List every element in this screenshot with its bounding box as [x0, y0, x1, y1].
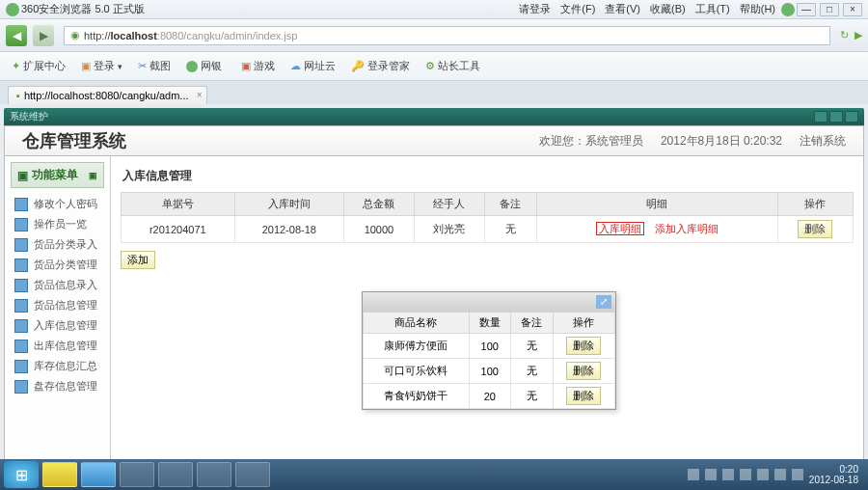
url-input[interactable]: ◉ http://localhost:8080/cangku/admin/ind… — [64, 26, 830, 45]
task-app[interactable] — [197, 462, 231, 487]
sidebar-item-icon — [14, 218, 28, 231]
sidebar-item-label: 盘存信息管理 — [34, 379, 97, 394]
task-ie[interactable] — [81, 462, 116, 487]
tray-icon[interactable] — [757, 469, 769, 480]
tab-label: http://localhost:8080/cangku/adm... — [24, 90, 189, 101]
cell-remark: 无 — [484, 216, 536, 243]
detail-table: 商品名称数量备注操作 康师傅方便面100无删除可口可乐饮料100无删除青食钙奶饼… — [363, 312, 615, 409]
detail-delete-button[interactable]: 删除 — [566, 362, 601, 380]
column-header: 单据号 — [122, 193, 235, 216]
inner-max-button[interactable] — [829, 111, 843, 122]
tab-close-icon[interactable]: × — [197, 90, 203, 100]
sidebar-item-label: 出库信息管理 — [34, 339, 97, 353]
detail-close-button[interactable]: ⤢ — [596, 295, 611, 309]
tb-bank[interactable]: 网银 — [180, 57, 228, 75]
detail-column-header: 商品名称 — [364, 313, 470, 334]
sidebar-item[interactable]: 操作员一览 — [5, 214, 110, 234]
sidebar-item-icon — [14, 380, 28, 394]
tb-screenshot[interactable]: ✂截图 — [132, 57, 176, 75]
tray-icon[interactable] — [688, 469, 699, 480]
window-close-button[interactable]: × — [843, 3, 862, 16]
window-max-button[interactable]: □ — [820, 3, 839, 16]
sidebar-item[interactable]: 修改个人密码 — [5, 194, 110, 214]
task-app[interactable] — [235, 462, 270, 487]
detail-delete-button[interactable]: 删除 — [566, 387, 601, 405]
tray-icon[interactable] — [792, 469, 803, 480]
cell-handler: 刘光亮 — [414, 216, 484, 243]
browser-title: 360安全浏览器 5.0 正式版 — [21, 2, 145, 16]
detail-row: 可口可乐饮料100无删除 — [364, 359, 615, 384]
detail-remark: 无 — [511, 359, 554, 384]
sidebar-item[interactable]: 货品分类录入 — [5, 234, 110, 255]
inbound-table: 单据号入库时间总金额经手人备注明细操作 r201204071 2012-08-1… — [121, 192, 854, 243]
tb-pwd[interactable]: 🔑登录管家 — [345, 57, 416, 75]
task-app[interactable] — [120, 462, 154, 487]
menu-login[interactable]: 请登录 — [515, 2, 555, 16]
task-app[interactable] — [158, 462, 193, 487]
browser-tab[interactable]: ▪ http://localhost:8080/cangku/adm... × — [8, 86, 207, 104]
earth-icon: ◉ — [70, 29, 80, 41]
sidebar-item[interactable]: 货品信息录入 — [5, 275, 110, 295]
window-min-button[interactable]: — — [797, 3, 816, 16]
collapse-icon[interactable]: ▣ — [89, 171, 97, 180]
menu-icon: ▣ — [17, 169, 28, 182]
forward-button[interactable]: ▶ — [33, 25, 54, 46]
detail-remark: 无 — [511, 384, 554, 409]
sidebar-item-label: 修改个人密码 — [34, 197, 97, 211]
detail-delete-button[interactable]: 删除 — [566, 337, 601, 355]
add-button[interactable]: 添加 — [121, 251, 155, 269]
sidebar-item[interactable]: 库存信息汇总 — [5, 356, 110, 376]
logout-link[interactable]: 注销系统 — [800, 133, 846, 150]
tb-webmaster[interactable]: ⚙站长工具 — [420, 57, 486, 75]
menu-view[interactable]: 查看(V) — [601, 2, 644, 16]
row-delete-button[interactable]: 删除 — [798, 220, 832, 238]
sidebar-item-icon — [14, 299, 28, 313]
ext-center[interactable]: ✦扩展中心 — [6, 57, 71, 75]
tray-icon[interactable] — [722, 469, 734, 480]
table-row: r201204071 2012-08-18 10000 刘光亮 无 入库明细 添… — [122, 216, 854, 243]
stop-button[interactable]: ▶ — [854, 29, 862, 41]
inner-min-button[interactable] — [814, 111, 827, 122]
detail-column-header: 数量 — [469, 313, 511, 334]
detail-panel: ⤢ 商品名称数量备注操作 康师傅方便面100无删除可口可乐饮料100无删除青食钙… — [362, 291, 616, 410]
tb-cloud[interactable]: ☁网址云 — [285, 57, 341, 75]
task-explorer[interactable] — [42, 462, 77, 487]
sidebar-item[interactable]: 出库信息管理 — [5, 336, 110, 356]
tray-icon[interactable] — [705, 469, 717, 480]
sidebar: ▣ 功能菜单 ▣ 修改个人密码操作员一览货品分类录入货品分类管理货品信息录入货品… — [5, 156, 111, 468]
skin-icon[interactable] — [781, 3, 795, 16]
sidebar-item-label: 库存信息汇总 — [34, 359, 97, 373]
menu-tools[interactable]: 工具(T) — [692, 2, 734, 16]
sidebar-item[interactable]: 货品分类管理 — [5, 255, 110, 275]
sidebar-item[interactable]: 入库信息管理 — [5, 315, 110, 336]
tray-icon[interactable] — [740, 469, 751, 480]
sidebar-item[interactable]: 货品信息管理 — [5, 295, 110, 315]
section-title: 入库信息管理 — [121, 164, 854, 188]
tray-icon[interactable] — [774, 469, 786, 480]
sidebar-item-icon — [14, 340, 28, 353]
sidebar-header[interactable]: ▣ 功能菜单 ▣ — [11, 162, 104, 188]
start-button[interactable]: ⊞ — [4, 461, 39, 488]
tb-game[interactable]: ▣游戏 — [235, 57, 281, 75]
sidebar-item-icon — [14, 360, 28, 373]
sidebar-item-icon — [14, 319, 28, 333]
link-detail[interactable]: 入库明细 — [596, 222, 644, 235]
sidebar-item[interactable]: 盘存信息管理 — [5, 376, 110, 396]
menu-favorites[interactable]: 收藏(B) — [646, 2, 690, 16]
column-header: 总金额 — [343, 193, 414, 216]
back-button[interactable]: ◀ — [6, 25, 27, 46]
welcome-text: 欢迎您：系统管理员 — [539, 133, 643, 150]
cell-time: 2012-08-18 — [234, 216, 343, 243]
sidebar-item-label: 操作员一览 — [34, 217, 87, 231]
tb-login[interactable]: ▣登录▾ — [75, 57, 128, 75]
taskbar-clock[interactable]: 0:20 2012-08-18 — [809, 464, 858, 485]
column-header: 经手人 — [414, 193, 484, 216]
sidebar-item-icon — [14, 259, 28, 272]
sidebar-item-label: 货品信息管理 — [34, 298, 97, 313]
link-add-detail[interactable]: 添加入库明细 — [655, 223, 719, 234]
menu-help[interactable]: 帮助(H) — [736, 2, 779, 16]
refresh-button[interactable]: ↻ — [840, 29, 849, 41]
cell-amount: 10000 — [343, 216, 414, 243]
inner-close-button[interactable] — [845, 111, 858, 122]
menu-file[interactable]: 文件(F) — [556, 2, 599, 16]
